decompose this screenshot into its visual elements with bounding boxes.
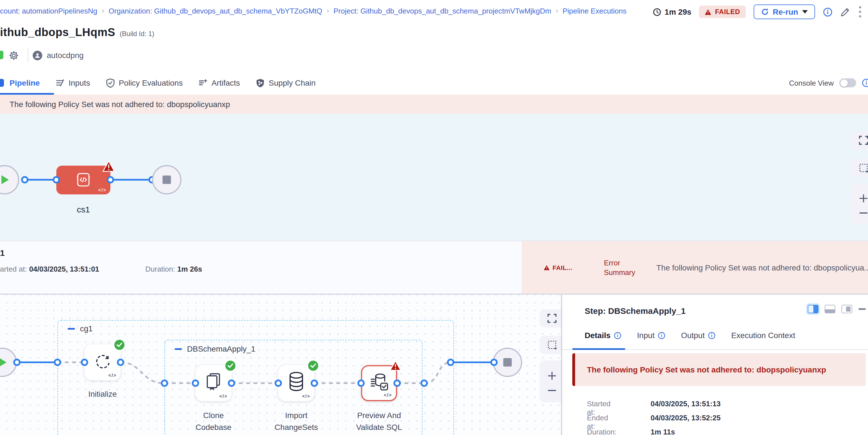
step-details-title: Step: DBSchemaApply_1 — [585, 306, 685, 315]
clock-icon — [653, 8, 661, 16]
policy-violation-banner: The following Policy Set was not adhered… — [0, 95, 868, 114]
build-id: (Build Id: 1) — [120, 30, 154, 38]
inputs-icon — [56, 78, 64, 87]
rerun-button[interactable]: Re-run — [754, 4, 815, 19]
connector-point — [394, 379, 401, 387]
tab-inputs[interactable]: Inputs — [48, 71, 98, 95]
stage-info-bar: 1 arted at: 04/03/2025, 13:51:01 Duratio… — [0, 241, 868, 294]
collapse-icon[interactable] — [68, 328, 75, 329]
connector-point — [161, 379, 168, 387]
tab-artifacts[interactable]: Artifacts — [191, 71, 248, 95]
error-summary-text: The following Policy Set was not adhered… — [656, 263, 868, 272]
connector-point — [311, 379, 318, 387]
graph-marquee-select-button[interactable] — [539, 336, 561, 354]
group-label-cg1[interactable]: cg1 — [68, 324, 93, 333]
connector-point — [54, 359, 61, 366]
layout-split-right-icon[interactable] — [808, 305, 818, 313]
zoom-out-button[interactable] — [548, 390, 557, 392]
breadcrumb-organization[interactable]: Organization: Github_db_devops_aut_db_sc… — [108, 6, 322, 15]
top-header: count: automationPipelinesNg › Organizat… — [0, 0, 868, 71]
divider — [28, 48, 28, 63]
page-title: ithub_dbops_LHqmS — [0, 26, 115, 39]
pipeline-tab-icon — [0, 79, 4, 87]
connector-point — [53, 176, 60, 183]
step-failed-badge — [390, 361, 401, 371]
tab-policy-evaluations[interactable]: Policy Evaluations — [98, 71, 191, 95]
stage-node-cs1[interactable]: </> — [56, 166, 111, 194]
execution-graph-canvas[interactable]: cg1 DBSchemaApply_1 </> In — [0, 295, 561, 435]
stage-fail-badge: FAIL... — [544, 264, 572, 271]
stage-started-label: arted at: — [0, 265, 27, 273]
more-options-icon[interactable] — [858, 5, 862, 19]
step-node-clone-codebase[interactable]: </> — [195, 365, 231, 401]
layout-floating-icon[interactable] — [841, 305, 852, 313]
tab-supply-chain[interactable]: Supply Chain — [248, 71, 323, 95]
stage-info-name: 1 — [0, 248, 5, 257]
step-details-panel: Step: DBSchemaApply_1 Details Input Outp… — [561, 295, 868, 435]
info-icon — [614, 332, 621, 339]
info-icon — [708, 332, 715, 339]
breadcrumb: count: automationPipelinesNg › Organizat… — [0, 6, 626, 16]
info-icon[interactable] — [823, 7, 833, 17]
minimize-panel-icon[interactable] — [859, 308, 866, 310]
shield-check-icon — [106, 78, 115, 88]
step-error-message: The following Policy Set was not adhered… — [572, 353, 866, 386]
elapsed-time: 1m 29s — [653, 7, 691, 16]
shield-network-icon — [256, 78, 265, 88]
layout-bottom-icon[interactable] — [825, 305, 835, 313]
step-node-import-changesets[interactable]: </> — [278, 365, 314, 401]
play-icon — [0, 358, 6, 367]
connector-point — [275, 379, 282, 387]
connector-point — [490, 359, 498, 366]
app-window: count: automationPipelinesNg › Organizat… — [0, 0, 868, 435]
stage-error-summary: FAIL... Error Summary The following Poli… — [522, 241, 868, 294]
console-view-toggle[interactable] — [839, 78, 856, 87]
fullscreen-button[interactable] — [851, 131, 868, 149]
refresh-icon — [761, 8, 769, 16]
tab-details[interactable]: Details — [585, 331, 621, 340]
user-avatar-icon — [33, 51, 42, 60]
edit-pencil-icon[interactable] — [840, 7, 850, 17]
connector-point — [21, 176, 28, 183]
code-glyph: </> — [302, 394, 310, 399]
step-label-clone-codebase: Clone Codebase — [188, 410, 239, 433]
step-node-preview-validate-sql[interactable]: </> — [361, 365, 397, 401]
connector-point — [228, 379, 235, 387]
status-badge: FAILED — [699, 6, 746, 18]
zoom-controls — [851, 184, 868, 224]
stop-icon — [162, 176, 171, 184]
step-label-preview-validate-sql: Preview And Validate SQL — [348, 410, 410, 433]
tab-input[interactable]: Input — [637, 331, 665, 340]
pipeline-stage-canvas[interactable]: </> cs1 — [0, 114, 868, 241]
triggered-by-user: autocdpng — [47, 51, 84, 60]
zoom-out-button[interactable] — [859, 212, 868, 214]
code-glyph: </> — [108, 373, 117, 378]
zoom-in-button[interactable] — [548, 371, 557, 380]
breadcrumb-pipeline-executions[interactable]: Pipeline Executions — [562, 6, 626, 15]
warning-triangle-icon — [705, 9, 712, 15]
zoom-in-button[interactable] — [859, 194, 868, 203]
execution-tabs: Pipeline Inputs Policy Evaluations Artif… — [0, 71, 868, 95]
code-glyph: </> — [219, 394, 227, 399]
step-label-import-changesets: Import ChangeSets — [265, 410, 327, 433]
tab-pipeline[interactable]: Pipeline — [0, 71, 48, 95]
group-label-dbschemaapply[interactable]: DBSchemaApply_1 — [175, 344, 255, 353]
breadcrumb-account[interactable]: count: automationPipelinesNg — [0, 6, 97, 15]
gear-icon[interactable] — [9, 51, 19, 60]
tab-output[interactable]: Output — [681, 331, 715, 340]
connector-point — [13, 359, 21, 366]
tab-execution-context[interactable]: Execution Context — [731, 331, 795, 340]
list-plus-icon — [198, 78, 208, 87]
code-glyph: </> — [384, 393, 392, 398]
marquee-select-button[interactable] — [851, 159, 868, 177]
step-node-initialize[interactable]: </> — [85, 344, 121, 380]
error-summary-label: Error Summary — [604, 258, 641, 277]
chevron-down-icon — [802, 10, 808, 13]
graph-fullscreen-button[interactable] — [539, 309, 561, 328]
code-glyph: </> — [98, 188, 106, 193]
info-icon — [658, 332, 665, 339]
collapse-icon[interactable] — [175, 348, 182, 350]
step-label-initialize: Initialize — [77, 388, 128, 400]
breadcrumb-project[interactable]: Project: Github_db_devops_aut_db_schema_… — [334, 6, 551, 15]
console-info-icon[interactable] — [862, 78, 868, 87]
